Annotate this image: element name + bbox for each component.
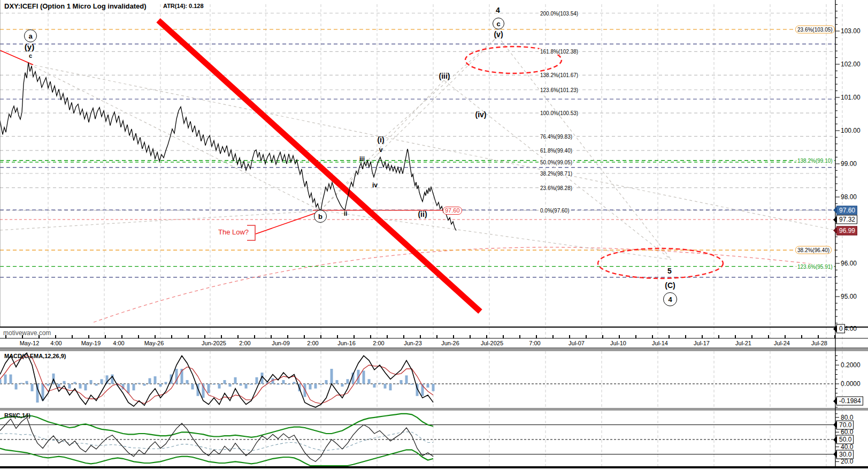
- time-axis-label[interactable]: Jul-28: [811, 340, 827, 346]
- chart-canvas[interactable]: [0, 0, 868, 470]
- price-axis-label[interactable]: 95.00: [841, 293, 857, 300]
- time-axis-label[interactable]: Jul-10: [610, 340, 626, 346]
- wave-label-ii[interactable]: ii: [344, 210, 348, 217]
- wave-label-(i)[interactable]: (i): [377, 135, 384, 144]
- wave-label-b[interactable]: b: [314, 210, 327, 223]
- time-axis-label[interactable]: May-12: [20, 340, 40, 346]
- wave-label-iii[interactable]: iii: [359, 155, 365, 163]
- time-axis-tick: [387, 335, 388, 338]
- time-axis-label[interactable]: Jun-2025: [202, 340, 226, 346]
- the-low-annotation[interactable]: The Low?: [218, 228, 249, 236]
- price-tag: 96.99: [836, 226, 857, 235]
- macd-histogram-bar: [363, 371, 365, 384]
- time-axis-tick: [552, 335, 554, 338]
- time-axis-tick: [751, 335, 752, 338]
- wave-label-(iv)[interactable]: (iv): [475, 110, 487, 119]
- time-axis-label[interactable]: May-26: [144, 340, 164, 346]
- price-axis-label[interactable]: 100.00: [841, 127, 861, 134]
- time-axis-tick: [370, 335, 371, 338]
- time-axis-label[interactable]: Jul-24: [774, 340, 790, 346]
- macd-histogram-bar: [288, 384, 290, 385]
- wave-label-(C)[interactable]: (C): [665, 281, 675, 290]
- rsi-indicator-label: RSI(C,14): [4, 412, 30, 419]
- macd-histogram-bar: [309, 384, 312, 390]
- macd-histogram-bar: [240, 384, 242, 386]
- time-axis-label[interactable]: 2:00: [239, 340, 250, 346]
- time-axis-tick: [519, 335, 520, 338]
- time-axis-tick: [204, 335, 205, 338]
- time-axis-label[interactable]: 4:00: [50, 340, 62, 346]
- macd-histogram-bar: [31, 384, 34, 391]
- wave-label-a[interactable]: a: [24, 29, 37, 42]
- time-axis-label[interactable]: 2:00: [307, 340, 318, 346]
- macd-indicator-label: MACD(C,EMA,12,26,9): [4, 353, 66, 359]
- wave-label-(ii)[interactable]: (ii): [418, 210, 427, 218]
- time-axis-label[interactable]: Jul-17: [694, 340, 710, 346]
- time-axis-label[interactable]: Jun-09: [272, 340, 290, 346]
- time-axis-label[interactable]: Jul-2025: [481, 340, 503, 346]
- panel-divider: [0, 408, 868, 411]
- time-axis-label[interactable]: Jul-14: [652, 340, 668, 346]
- macd-histogram-bar: [26, 381, 28, 384]
- macd-histogram-bar: [154, 376, 157, 384]
- macd-histogram-bar: [159, 384, 162, 386]
- time-axis-label[interactable]: Jun-26: [441, 340, 459, 346]
- time-axis-tick: [602, 335, 603, 338]
- wave-label-(iii)[interactable]: (iii): [439, 72, 450, 80]
- wave-label-c[interactable]: c: [29, 52, 32, 59]
- wave-label-4[interactable]: 4: [496, 6, 500, 14]
- fib-level-label-4: 100.0%(100.53): [539, 110, 579, 116]
- time-axis-tick: [652, 335, 653, 338]
- macd-histogram-bar: [15, 384, 18, 390]
- macd-histogram-bar: [411, 384, 413, 385]
- time-axis-label[interactable]: 4:00: [113, 340, 124, 346]
- price-axis-label[interactable]: 98.00: [841, 193, 857, 201]
- macd-histogram-bar: [395, 384, 397, 384]
- price-axis-label[interactable]: 103.00: [841, 27, 861, 35]
- time-axis-tick: [304, 335, 305, 338]
- time-axis-tick: [785, 335, 786, 338]
- time-axis-tick: [237, 335, 239, 338]
- price-flag-9760[interactable]: 97.60: [443, 207, 462, 215]
- time-axis-tick: [337, 335, 338, 338]
- rsi-mid-band: [0, 432, 433, 451]
- time-axis-label[interactable]: May-19: [81, 340, 101, 346]
- fib-level-label-9: 23.6%(98.28): [539, 185, 573, 191]
- wave-label-iv[interactable]: iv: [372, 181, 378, 189]
- macd-axis-label[interactable]: 0.2000: [841, 361, 861, 369]
- time-axis-tick: [436, 335, 437, 338]
- time-axis-tick: [320, 335, 321, 338]
- time-axis-label[interactable]: 7:00: [529, 340, 540, 346]
- macd-axis-label[interactable]: 0.0000: [841, 380, 861, 388]
- price-axis-label[interactable]: 102.00: [841, 60, 861, 68]
- macd-histogram-bar: [47, 384, 50, 386]
- time-axis-tick: [420, 335, 421, 338]
- time-axis-tick: [635, 335, 636, 338]
- projection-line: [320, 80, 444, 210]
- rsi-axis-label[interactable]: 20.0: [841, 458, 853, 465]
- time-axis-tick: [55, 335, 56, 338]
- projection-line: [498, 36, 671, 260]
- wave-label-v[interactable]: v: [379, 146, 383, 154]
- time-axis-tick: [619, 335, 620, 338]
- price-axis-label[interactable]: 96.00: [841, 260, 857, 267]
- time-axis-tick: [818, 335, 819, 338]
- time-axis-label[interactable]: Jul-07: [569, 340, 585, 346]
- time-axis-tick: [586, 335, 587, 338]
- wave-label-c[interactable]: c: [493, 18, 504, 29]
- price-axis-label[interactable]: 101.00: [841, 94, 861, 101]
- price-axis-label[interactable]: 99.00: [841, 160, 857, 168]
- time-axis-label[interactable]: Jun-23: [404, 340, 422, 346]
- time-axis-tick: [171, 335, 172, 338]
- macd-histogram-bar: [143, 384, 146, 386]
- wave-label-4[interactable]: 4: [663, 292, 677, 306]
- wave-label-(v)[interactable]: (v): [494, 30, 503, 39]
- time-axis-label[interactable]: Jul-21: [735, 340, 751, 346]
- time-axis-label[interactable]: Jun-16: [337, 340, 356, 346]
- wave-label-5[interactable]: 5: [667, 267, 672, 275]
- right-level-label-1: 138.2%(99.10): [796, 157, 834, 163]
- macd-histogram-bar: [79, 384, 82, 389]
- time-axis-tick: [536, 335, 537, 338]
- time-axis-label[interactable]: 2:00: [373, 340, 384, 346]
- wave-label-(y)[interactable]: (y): [25, 42, 34, 51]
